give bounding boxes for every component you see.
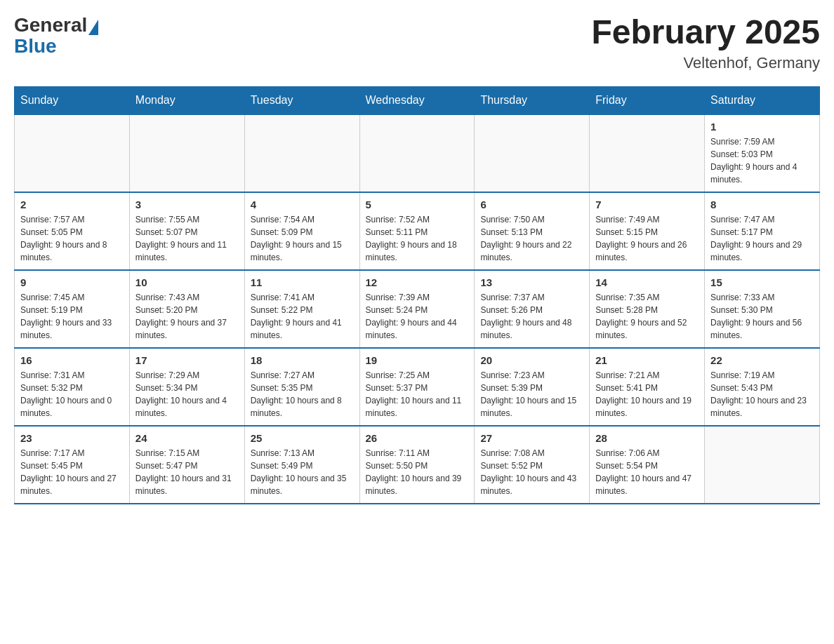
calendar-day-cell: 5Sunrise: 7:52 AM Sunset: 5:11 PM Daylig… [359,192,475,270]
day-info: Sunrise: 7:37 AM Sunset: 5:26 PM Dayligh… [480,291,583,342]
logo-general-text: General [14,14,87,36]
weekday-header: Friday [590,86,705,114]
day-number: 25 [251,432,354,444]
day-number: 5 [366,199,469,210]
page-header: General Blue February 2025 Veltenhof, Ge… [14,14,820,72]
calendar-day-cell [244,114,359,192]
day-info: Sunrise: 7:45 AM Sunset: 5:19 PM Dayligh… [20,291,124,342]
day-info: Sunrise: 7:25 AM Sunset: 5:37 PM Dayligh… [366,369,469,420]
calendar-day-cell: 11Sunrise: 7:41 AM Sunset: 5:22 PM Dayli… [244,270,359,348]
calendar-day-cell: 15Sunrise: 7:33 AM Sunset: 5:30 PM Dayli… [705,270,820,348]
calendar-week-row: 1Sunrise: 7:59 AM Sunset: 5:03 PM Daylig… [15,114,820,192]
calendar-day-cell: 10Sunrise: 7:43 AM Sunset: 5:20 PM Dayli… [129,270,244,348]
calendar-day-cell: 16Sunrise: 7:31 AM Sunset: 5:32 PM Dayli… [15,348,130,426]
day-number: 6 [480,199,583,210]
calendar-day-cell: 18Sunrise: 7:27 AM Sunset: 5:35 PM Dayli… [244,348,359,426]
day-info: Sunrise: 7:39 AM Sunset: 5:24 PM Dayligh… [366,291,469,342]
month-title: February 2025 [591,14,820,51]
day-info: Sunrise: 7:49 AM Sunset: 5:15 PM Dayligh… [595,213,699,264]
day-number: 7 [595,199,699,210]
day-info: Sunrise: 7:47 AM Sunset: 5:17 PM Dayligh… [710,213,814,264]
day-number: 19 [366,354,469,366]
day-info: Sunrise: 7:19 AM Sunset: 5:43 PM Dayligh… [710,369,814,420]
day-info: Sunrise: 7:43 AM Sunset: 5:20 PM Dayligh… [135,291,239,342]
day-number: 27 [480,432,583,444]
calendar-day-cell: 13Sunrise: 7:37 AM Sunset: 5:26 PM Dayli… [475,270,590,348]
title-area: February 2025 Veltenhof, Germany [591,14,820,72]
day-number: 2 [20,199,124,210]
day-info: Sunrise: 7:15 AM Sunset: 5:47 PM Dayligh… [135,447,239,497]
calendar-day-cell: 9Sunrise: 7:45 AM Sunset: 5:19 PM Daylig… [15,270,130,348]
day-number: 21 [595,354,699,366]
day-number: 8 [710,199,814,210]
calendar-header-row: SundayMondayTuesdayWednesdayThursdayFrid… [15,86,820,114]
day-info: Sunrise: 7:57 AM Sunset: 5:05 PM Dayligh… [20,213,124,264]
day-number: 17 [135,354,239,366]
calendar-day-cell: 23Sunrise: 7:17 AM Sunset: 5:45 PM Dayli… [15,426,130,504]
day-number: 14 [595,276,699,288]
logo-blue-text: Blue [14,35,57,58]
calendar-day-cell [15,114,130,192]
calendar-week-row: 2Sunrise: 7:57 AM Sunset: 5:05 PM Daylig… [15,192,820,270]
day-number: 23 [20,432,124,444]
calendar-week-row: 16Sunrise: 7:31 AM Sunset: 5:32 PM Dayli… [15,348,820,426]
day-number: 20 [480,354,583,366]
calendar-day-cell [590,114,705,192]
day-number: 24 [135,432,239,444]
day-info: Sunrise: 7:27 AM Sunset: 5:35 PM Dayligh… [251,369,354,420]
calendar-day-cell: 27Sunrise: 7:08 AM Sunset: 5:52 PM Dayli… [475,426,590,504]
weekday-header: Wednesday [359,86,475,114]
calendar-day-cell [129,114,244,192]
day-info: Sunrise: 7:13 AM Sunset: 5:49 PM Dayligh… [251,447,354,497]
day-info: Sunrise: 7:54 AM Sunset: 5:09 PM Dayligh… [251,213,354,264]
calendar-day-cell: 25Sunrise: 7:13 AM Sunset: 5:49 PM Dayli… [244,426,359,504]
day-number: 16 [20,354,124,366]
day-number: 3 [135,199,239,210]
day-number: 28 [595,432,699,444]
day-number: 26 [366,432,469,444]
calendar-day-cell: 19Sunrise: 7:25 AM Sunset: 5:37 PM Dayli… [359,348,475,426]
day-number: 15 [710,276,814,288]
weekday-header: Tuesday [244,86,359,114]
day-number: 10 [135,276,239,288]
calendar-week-row: 23Sunrise: 7:17 AM Sunset: 5:45 PM Dayli… [15,426,820,504]
calendar-day-cell: 3Sunrise: 7:55 AM Sunset: 5:07 PM Daylig… [129,192,244,270]
calendar-day-cell: 2Sunrise: 7:57 AM Sunset: 5:05 PM Daylig… [15,192,130,270]
calendar-day-cell: 7Sunrise: 7:49 AM Sunset: 5:15 PM Daylig… [590,192,705,270]
calendar-day-cell: 12Sunrise: 7:39 AM Sunset: 5:24 PM Dayli… [359,270,475,348]
calendar-day-cell [359,114,475,192]
weekday-header: Sunday [15,86,130,114]
logo: General Blue [14,14,98,58]
calendar-day-cell: 28Sunrise: 7:06 AM Sunset: 5:54 PM Dayli… [590,426,705,504]
calendar-day-cell: 8Sunrise: 7:47 AM Sunset: 5:17 PM Daylig… [705,192,820,270]
calendar-day-cell: 24Sunrise: 7:15 AM Sunset: 5:47 PM Dayli… [129,426,244,504]
day-number: 13 [480,276,583,288]
day-number: 22 [710,354,814,366]
logo-arrow-icon [88,20,98,35]
calendar-day-cell: 6Sunrise: 7:50 AM Sunset: 5:13 PM Daylig… [475,192,590,270]
day-info: Sunrise: 7:21 AM Sunset: 5:41 PM Dayligh… [595,369,699,420]
calendar-day-cell [475,114,590,192]
day-number: 12 [366,276,469,288]
location-title: Veltenhof, Germany [591,54,820,72]
day-info: Sunrise: 7:08 AM Sunset: 5:52 PM Dayligh… [480,447,583,497]
day-info: Sunrise: 7:35 AM Sunset: 5:28 PM Dayligh… [595,291,699,342]
calendar-day-cell: 4Sunrise: 7:54 AM Sunset: 5:09 PM Daylig… [244,192,359,270]
day-info: Sunrise: 7:31 AM Sunset: 5:32 PM Dayligh… [20,369,124,420]
day-info: Sunrise: 7:11 AM Sunset: 5:50 PM Dayligh… [366,447,469,497]
day-info: Sunrise: 7:41 AM Sunset: 5:22 PM Dayligh… [251,291,354,342]
weekday-header: Saturday [705,86,820,114]
day-number: 9 [20,276,124,288]
calendar-day-cell: 20Sunrise: 7:23 AM Sunset: 5:39 PM Dayli… [475,348,590,426]
calendar-table: SundayMondayTuesdayWednesdayThursdayFrid… [14,86,820,504]
calendar-day-cell: 17Sunrise: 7:29 AM Sunset: 5:34 PM Dayli… [129,348,244,426]
calendar-week-row: 9Sunrise: 7:45 AM Sunset: 5:19 PM Daylig… [15,270,820,348]
calendar-day-cell: 1Sunrise: 7:59 AM Sunset: 5:03 PM Daylig… [705,114,820,192]
day-info: Sunrise: 7:23 AM Sunset: 5:39 PM Dayligh… [480,369,583,420]
day-number: 18 [251,354,354,366]
day-info: Sunrise: 7:52 AM Sunset: 5:11 PM Dayligh… [366,213,469,264]
day-info: Sunrise: 7:33 AM Sunset: 5:30 PM Dayligh… [710,291,814,342]
calendar-day-cell: 26Sunrise: 7:11 AM Sunset: 5:50 PM Dayli… [359,426,475,504]
calendar-day-cell: 22Sunrise: 7:19 AM Sunset: 5:43 PM Dayli… [705,348,820,426]
weekday-header: Thursday [475,86,590,114]
